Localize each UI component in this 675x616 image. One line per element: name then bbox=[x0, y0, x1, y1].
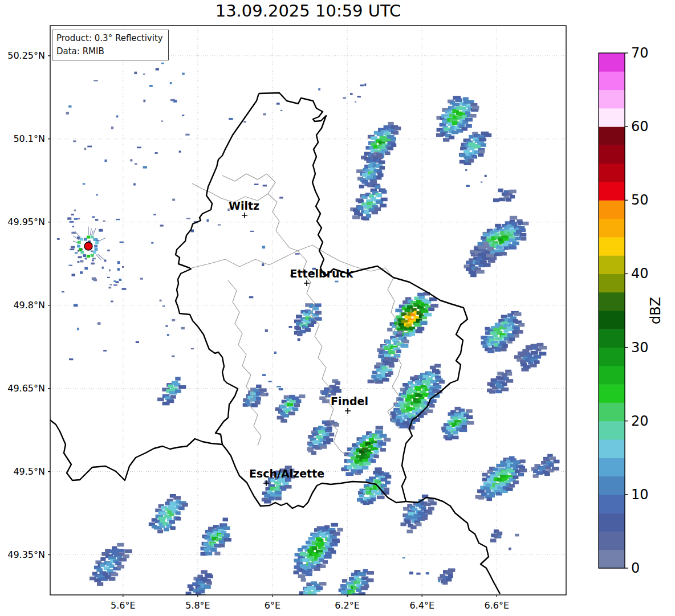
colorbar: 010203040506070dBZ bbox=[599, 45, 664, 576]
city-label: Esch/Alzette bbox=[249, 467, 324, 480]
map-content: WiltzEttelbruckFindelEsch/Alzette bbox=[48, 26, 566, 609]
canton-border bbox=[298, 251, 348, 456]
colorbar-axis-label: dBZ bbox=[648, 297, 664, 324]
colorbar-tick-label: 20 bbox=[631, 413, 649, 429]
lat-tick-label: 49.35°N bbox=[7, 549, 45, 560]
colorbar-tick-label: 70 bbox=[631, 45, 649, 61]
lon-tick-label: 6.2°E bbox=[335, 600, 360, 611]
colorbar-tick-label: 50 bbox=[631, 192, 649, 208]
colorbar-tick-label: 60 bbox=[631, 119, 649, 134]
product-info-box: Product: 0.3° Reflectivity Data: RMIB bbox=[52, 30, 169, 60]
lon-tick-label: 5.8°E bbox=[185, 600, 210, 611]
city-marker-icon bbox=[242, 213, 247, 218]
lat-tick-label: 50.1°N bbox=[13, 133, 45, 144]
radar-site-marker bbox=[84, 242, 92, 250]
city-marker-icon bbox=[304, 280, 310, 286]
data-source-line: Data: RMIB bbox=[56, 45, 163, 58]
lon-tick-label: 6.4°E bbox=[409, 600, 434, 611]
lat-tick-label: 49.5°N bbox=[13, 466, 45, 477]
colorbar-tick-label: 30 bbox=[631, 340, 649, 356]
city-label: Wiltz bbox=[229, 199, 259, 212]
axes: 50.25°N50.1°N49.95°N49.8°N49.65°N49.5°N4… bbox=[7, 50, 509, 611]
colorbar-tick-label: 10 bbox=[631, 487, 649, 503]
map-plot: WiltzEttelbruckFindelEsch/Alzette50.25°N… bbox=[0, 0, 675, 616]
belgium-france-border bbox=[48, 419, 222, 480]
city-label: Ettelbruck bbox=[290, 267, 353, 280]
lat-tick-label: 49.8°N bbox=[13, 300, 45, 311]
radar-figure: 13.09.2025 10:59 UTC WiltzEttelbruckFind… bbox=[0, 0, 675, 616]
lat-tick-label: 49.65°N bbox=[7, 383, 45, 394]
radar-echoes bbox=[57, 63, 559, 609]
city-findel: Findel bbox=[331, 395, 368, 414]
city-marker-icon bbox=[345, 408, 351, 414]
city-ettelbruck: Ettelbruck bbox=[290, 267, 353, 286]
city-wiltz: Wiltz bbox=[229, 199, 259, 218]
lat-tick-label: 49.95°N bbox=[7, 217, 45, 227]
canton-border bbox=[192, 245, 385, 271]
canton-border bbox=[192, 174, 275, 202]
product-line: Product: 0.3° Reflectivity bbox=[56, 32, 163, 45]
lon-tick-label: 6°E bbox=[265, 600, 280, 611]
lon-tick-label: 6.6°E bbox=[485, 600, 510, 611]
city-label: Findel bbox=[331, 395, 368, 407]
lat-tick-label: 50.25°N bbox=[7, 50, 45, 61]
colorbar-tick-label: 40 bbox=[631, 266, 649, 282]
lon-tick-label: 5.6°E bbox=[111, 600, 136, 611]
colorbar-tick-label: 0 bbox=[631, 560, 640, 576]
